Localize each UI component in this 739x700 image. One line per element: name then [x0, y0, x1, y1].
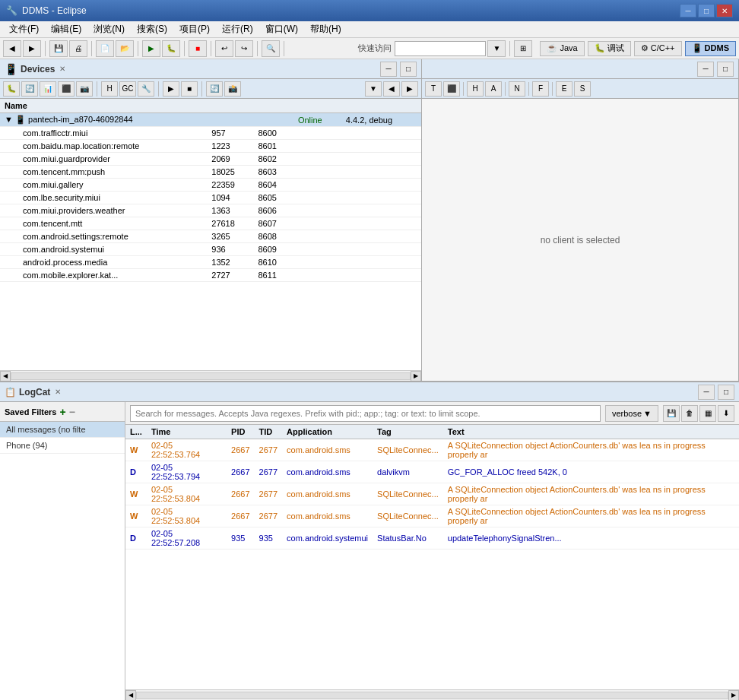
log-tag: SQLiteConnec...: [373, 505, 443, 527]
app-row[interactable]: android.process.media 1352 8610: [0, 256, 421, 269]
log-time: 02-05 22:52:53.804: [147, 483, 227, 505]
app-row[interactable]: com.mobile.explorer.kat... 2727 8611: [0, 269, 421, 282]
filter-all-messages[interactable]: All messages (no filte: [0, 422, 125, 438]
menu-run[interactable]: 运行(R): [216, 21, 259, 37]
dump-hprof-btn[interactable]: H: [101, 81, 118, 97]
menu-help[interactable]: 帮助(H): [304, 21, 347, 37]
perspective-cpp[interactable]: ⚙ C/C++: [634, 41, 682, 56]
screenshot-btn[interactable]: 📸: [224, 81, 241, 97]
app-row[interactable]: com.miui.providers.weather 1363 8606: [0, 204, 421, 217]
remove-filter-btn[interactable]: −: [69, 406, 75, 418]
filter-phone[interactable]: Phone (94): [0, 438, 125, 454]
view-menu-btn[interactable]: ▼: [365, 81, 382, 97]
toolbar-forward[interactable]: ▶: [23, 40, 41, 57]
app-row[interactable]: com.tencent.mm:push 18025 8603: [0, 166, 421, 179]
app-row[interactable]: com.baidu.map.location:remote 1223 8601: [0, 140, 421, 153]
devices-collapse-btn[interactable]: ◀: [383, 81, 400, 97]
logcat-close[interactable]: ✕: [55, 388, 61, 396]
dump-uithread-btn[interactable]: 🔧: [138, 81, 154, 97]
app-row[interactable]: com.tencent.mtt 27618 8607: [0, 217, 421, 230]
app-row[interactable]: com.android.systemui 936 8609: [0, 243, 421, 256]
start-method-profiler-btn[interactable]: ▶: [163, 81, 179, 97]
perspective-java[interactable]: ☕ Java: [540, 41, 584, 56]
log-search-input[interactable]: [130, 405, 601, 422]
log-scroll-track[interactable]: [136, 692, 728, 699]
perspective-ddms[interactable]: 📱 DDMS: [685, 41, 736, 56]
log-level-dropdown[interactable]: verbose ▼: [605, 405, 658, 422]
screen-capture-btn[interactable]: 📷: [76, 81, 93, 97]
emulator-btn[interactable]: E: [556, 81, 572, 97]
menu-window[interactable]: 窗口(W): [259, 21, 304, 37]
toggle-orientation-btn[interactable]: 🔄: [206, 81, 223, 97]
app-row[interactable]: com.miui.guardprovider 2069 8602: [0, 153, 421, 166]
logcat-max-btn[interactable]: □: [718, 385, 734, 400]
app-row[interactable]: com.miui.gallery 22359 8604: [0, 179, 421, 192]
sysinfo-btn[interactable]: S: [574, 81, 591, 97]
quick-access-btn[interactable]: ▼: [487, 40, 506, 57]
client-detail-max[interactable]: □: [717, 62, 734, 77]
devices-expand-btn[interactable]: ▶: [401, 81, 418, 97]
toolbar-layout[interactable]: ⊞: [514, 40, 532, 57]
file-explorer-btn[interactable]: F: [532, 81, 549, 97]
toolbar-debug[interactable]: 🐛: [162, 40, 180, 57]
log-scroll-left[interactable]: ◀: [125, 690, 136, 701]
client-detail-min[interactable]: ─: [697, 62, 714, 77]
logcat-min-btn[interactable]: ─: [698, 385, 715, 400]
stop-process-btn[interactable]: ⬛: [58, 81, 75, 97]
scroll-left-btn[interactable]: ◀: [0, 371, 11, 382]
toolbar-print[interactable]: 🖨: [69, 40, 87, 57]
device-row[interactable]: ▼ 📱 pantech-im_a870-46092844 Online 4.4.…: [0, 113, 421, 127]
app-row[interactable]: com.trafficctr.miui 957 8600: [0, 127, 421, 140]
close-button[interactable]: ✕: [716, 4, 733, 17]
minimize-button[interactable]: ─: [680, 4, 696, 17]
toolbar-run[interactable]: ▶: [142, 40, 160, 57]
debug-process-btn[interactable]: 🐛: [3, 81, 20, 97]
stop-method-profiler-btn[interactable]: ■: [181, 81, 198, 97]
log-scroll-right[interactable]: ▶: [728, 690, 739, 701]
device-horizontal-scrollbar[interactable]: ◀ ▶: [0, 370, 421, 381]
toolbar-open[interactable]: 📂: [116, 40, 134, 57]
log-entry-row[interactable]: D 02-05 22:52:53.794 2667 2677 com.andro…: [125, 461, 739, 483]
devices-panel-close[interactable]: ✕: [59, 65, 65, 73]
update-heap-btn[interactable]: 📊: [40, 81, 56, 97]
log-clear-btn[interactable]: 🗑: [681, 405, 698, 422]
app-row[interactable]: com.lbe.security.miui 1094 8605: [0, 192, 421, 204]
toolbar-back[interactable]: ◀: [3, 40, 21, 57]
filters-header: Saved Filters + −: [0, 402, 125, 422]
heap-btn[interactable]: ⬛: [443, 81, 460, 97]
app-row[interactable]: com.android.settings:remote 3265 8608: [0, 230, 421, 243]
menu-file[interactable]: 文件(F): [3, 21, 45, 37]
hprof-btn[interactable]: H: [467, 81, 484, 97]
scroll-track[interactable]: [11, 372, 411, 380]
add-filter-btn[interactable]: +: [59, 406, 65, 418]
toolbar-new[interactable]: 📄: [96, 40, 114, 57]
log-view2-btn[interactable]: ⬇: [718, 405, 734, 422]
log-view1-btn[interactable]: ▦: [699, 405, 716, 422]
cause-gc-btn[interactable]: GC: [119, 81, 136, 97]
log-entry-row[interactable]: W 02-05 22:52:53.804 2667 2677 com.andro…: [125, 483, 739, 505]
alloc-btn[interactable]: A: [485, 81, 502, 97]
devices-min-btn[interactable]: ─: [380, 62, 397, 77]
toolbar-search[interactable]: 🔍: [262, 40, 280, 57]
log-entry-row[interactable]: W 02-05 22:52:53.764 2667 2677 com.andro…: [125, 439, 739, 461]
menu-browse[interactable]: 浏览(N): [87, 21, 131, 37]
toolbar-undo[interactable]: ↩: [215, 40, 233, 57]
network-btn[interactable]: N: [509, 81, 525, 97]
menu-project[interactable]: 项目(P): [173, 21, 216, 37]
menu-search[interactable]: 搜索(S): [131, 21, 173, 37]
toolbar-save[interactable]: 💾: [49, 40, 68, 57]
devices-max-btn[interactable]: □: [400, 62, 417, 77]
log-horizontal-scrollbar[interactable]: ◀ ▶: [125, 689, 739, 700]
update-threads-btn[interactable]: 🔄: [21, 81, 38, 97]
quick-access-input[interactable]: [395, 41, 486, 56]
log-save-btn[interactable]: 💾: [663, 405, 680, 422]
toolbar-stop[interactable]: ■: [189, 40, 207, 57]
threads-btn[interactable]: T: [425, 81, 442, 97]
log-entry-row[interactable]: W 02-05 22:52:53.804 2667 2677 com.andro…: [125, 505, 739, 527]
log-entry-row[interactable]: D 02-05 22:52:57.208 935 935 com.android…: [125, 527, 739, 550]
toolbar-redo[interactable]: ↪: [235, 40, 253, 57]
scroll-right-btn[interactable]: ▶: [411, 371, 421, 382]
maximize-button[interactable]: □: [698, 4, 715, 17]
menu-edit[interactable]: 编辑(E): [45, 21, 87, 37]
perspective-debug[interactable]: 🐛 调试: [588, 41, 631, 56]
